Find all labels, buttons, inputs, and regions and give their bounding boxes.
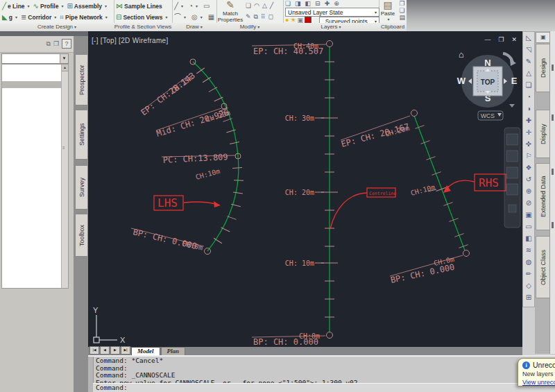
toolbar-icon-7[interactable]: ◑ (527, 103, 531, 114)
navbar-more-icon[interactable] (509, 205, 516, 212)
navbar-pan-icon[interactable] (507, 151, 518, 162)
sample-lines-button[interactable]: ⋈Sample Lines (116, 3, 162, 10)
tree-scrollbar[interactable]: ▲ ≡ (61, 65, 68, 288)
label-right-bp[interactable]: BP: CH: 0.000 (390, 262, 456, 285)
tab-extended-data[interactable]: Extended Data (536, 163, 550, 230)
navbar-wheel-icon[interactable] (507, 134, 518, 145)
right-alignment[interactable]: EP: CH: 20.167 CH:20m CH:10m BP: CH: 0.0… (340, 110, 469, 285)
label-center-ch30[interactable]: CH: 30m (285, 114, 314, 122)
notification-link[interactable]: View unreconcile (522, 379, 555, 386)
panel-label-modify[interactable]: Modify (216, 23, 283, 31)
next-layout-icon[interactable]: ▶ (110, 346, 120, 355)
right-ep-point[interactable] (411, 110, 418, 117)
toolbar-icon-6[interactable]: ◔ (527, 91, 531, 103)
tab-toolbox[interactable]: Toolbox (75, 214, 88, 257)
profile-button[interactable]: ∿Profile (33, 3, 64, 10)
copy-clip-icon[interactable]: ❐ (399, 1, 405, 7)
panel-label-layers[interactable]: Layers (283, 23, 379, 31)
toolbar-icon-16[interactable]: ▣ (525, 209, 531, 221)
label-right-ch10[interactable]: CH:10m (410, 183, 436, 197)
layer-tool-1-icon[interactable]: ❏ (285, 1, 291, 7)
close-icon[interactable]: ✕ (511, 36, 517, 43)
panel-box-icon[interactable]: ▣ (536, 32, 551, 43)
layer-tool-4-icon[interactable]: ⊟ (315, 1, 321, 7)
scroll-up-icon[interactable]: ▲ (62, 65, 68, 71)
centreline-callout-label[interactable]: Centreline (369, 191, 396, 196)
arc-button[interactable]: ⌒ (174, 14, 186, 21)
toolbar-icon-20[interactable]: ◍ (526, 256, 532, 268)
panel-label-draw[interactable]: Draw (172, 23, 216, 31)
layer-tool-3-icon[interactable]: ◧ (305, 1, 311, 7)
right-bp-point[interactable] (463, 250, 470, 257)
viewcube-west[interactable]: W (457, 76, 466, 86)
layer-tool-5-icon[interactable]: ✚ (325, 1, 330, 7)
match-properties-button[interactable]: ✎ Match Properties (218, 1, 243, 22)
prev-layout-icon[interactable]: ◀ (100, 346, 110, 355)
toolbar-icon-18[interactable]: ◧ (525, 232, 531, 244)
toolbar-icon-9[interactable]: ✛ (526, 126, 531, 138)
copy-icon[interactable]: ⧉ (254, 14, 258, 20)
command-line-window[interactable]: Command: *Cancel*Command:Command: _CANNO… (88, 355, 555, 392)
toolbar-icon-22[interactable]: ◇ (526, 280, 531, 291)
center-ep-point[interactable] (327, 41, 333, 47)
wcs-label[interactable]: WCS (481, 112, 495, 119)
center-alignment[interactable]: CH: 30m CH: 20m CH: 10m EP: CH: 40.507 C… (252, 41, 338, 348)
assembly-button[interactable]: ⊞Assembly (67, 3, 107, 10)
mirror-icon[interactable]: △ (262, 3, 267, 9)
circle-button[interactable]: ◔ (189, 3, 198, 10)
navigation-bar[interactable] (504, 128, 520, 228)
erase-icon[interactable]: ❏ (246, 3, 251, 9)
toolbar-icon-14[interactable]: ⊕ (526, 185, 531, 197)
tab-survey[interactable]: Survey (75, 165, 88, 210)
viewcube-menu-arrow-icon[interactable] (509, 104, 515, 108)
toolbar-icon-2[interactable]: ◹ (526, 44, 531, 56)
label-right-ep[interactable]: EP: CH: 20.167 (340, 121, 410, 149)
toolspace-help-button[interactable]: ? (62, 39, 71, 49)
label-left-pc[interactable]: PC: CH:13.809 (162, 152, 228, 165)
viewcube[interactable]: N S W E TOP ⌂ WCS (457, 49, 518, 120)
edit-icon[interactable]: ✎ (246, 14, 251, 20)
label-center-ch20[interactable]: CH: 20m (285, 189, 314, 196)
toolbar-icon-15[interactable]: ⊘ (526, 197, 531, 209)
explode-icon[interactable]: ◻ (268, 14, 273, 20)
palette-autohide-icon[interactable]: ⧉ (46, 40, 50, 48)
paste-special-icon[interactable]: ▤ (399, 15, 405, 21)
label-center-ch10[interactable]: CH: 10m (285, 259, 314, 267)
viewcube-top-label[interactable]: TOP (481, 78, 495, 86)
center-bp-point[interactable] (327, 332, 333, 339)
toolbar-icon-8[interactable]: ✚ (526, 114, 531, 126)
rhs-callout-label[interactable]: RHS (479, 176, 499, 189)
minimize-icon[interactable]: — (484, 36, 490, 43)
toolbar-icon-3[interactable]: ✎ (526, 56, 531, 67)
corridor-button[interactable]: ≣Corridor (21, 14, 56, 21)
cut-clip-icon[interactable]: ❏ (399, 8, 405, 14)
paste-button[interactable]: ▤ Paste (379, 1, 396, 22)
hatch-button[interactable]: ▦ (208, 14, 214, 21)
scroll-grip-icon[interactable]: ≡ (62, 146, 65, 149)
label-center-ep-band[interactable]: CH:40m (293, 42, 318, 50)
right-alignment-line[interactable] (414, 116, 465, 250)
left-alignment[interactable]: EP: CH:28.143 CH:25m Mid: CH: 20.926 CH:… (131, 59, 244, 255)
fillet-icon[interactable]: ◠ (254, 3, 259, 9)
layer-tool-2-icon[interactable]: ◨ (295, 1, 301, 7)
ellipse-button[interactable]: ◎ (191, 14, 203, 21)
command-input[interactable]: Command: (93, 383, 555, 392)
palette-properties-icon[interactable]: ❐ (53, 40, 59, 47)
toolbar-icon-10[interactable]: ✜ (526, 138, 531, 150)
toolbar-icon-4[interactable]: △ (526, 67, 531, 79)
active-drawing-dropdown[interactable]: ▼ (1, 53, 69, 64)
pipe-network-button[interactable]: ⌗Pipe Network (60, 14, 108, 21)
panel-label-profile-section[interactable]: Profile & Section Views (114, 23, 172, 31)
toolbar-icon-17[interactable]: ▭ (525, 221, 531, 232)
label-left-ch10[interactable]: CH:10m (195, 167, 221, 181)
viewcube-east[interactable]: E (511, 76, 518, 86)
panel-label-clipboard[interactable]: Clipboard (379, 23, 407, 31)
section-views-button[interactable]: ⊟Section Views (116, 14, 167, 21)
tab-design[interactable]: Design (536, 44, 550, 92)
layer-tool-6-icon[interactable]: ⊕ (334, 1, 339, 7)
navbar-zoom-icon[interactable] (507, 167, 518, 178)
tab-settings[interactable]: Settings (75, 110, 88, 160)
prospector-tree[interactable]: ▲ ≡ (1, 64, 69, 289)
panel-label-create-design[interactable]: Create Design (0, 23, 114, 31)
toolbar-icon-13[interactable]: ↺ (526, 173, 531, 185)
